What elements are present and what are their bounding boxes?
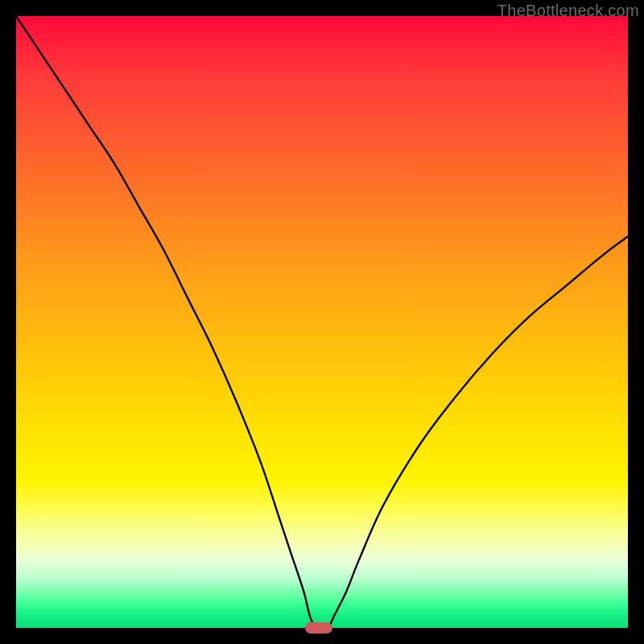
bottleneck-curve [16,16,628,628]
optimum-marker [305,622,332,634]
plot-area [16,16,628,628]
watermark-text: TheBottleneck.com [497,2,639,20]
chart-frame: TheBottleneck.com [0,0,644,644]
